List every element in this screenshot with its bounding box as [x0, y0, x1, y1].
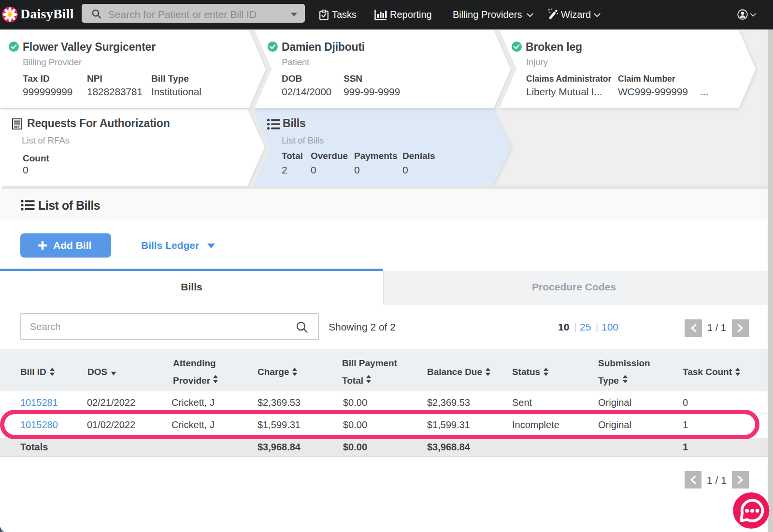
- svg-text:RFA: RFA: [14, 126, 20, 129]
